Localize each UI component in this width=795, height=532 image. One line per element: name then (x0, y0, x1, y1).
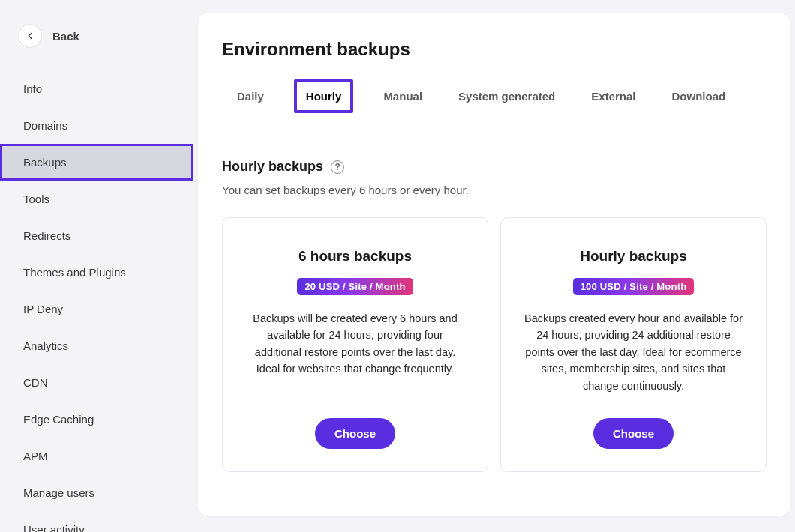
page-title: Environment backups (222, 39, 766, 60)
tab-hourly[interactable]: Hourly (294, 79, 354, 113)
sidebar-item-tools[interactable]: Tools (0, 181, 194, 217)
plan-cards: 6 hours backups 20 USD / Site / Month Ba… (222, 217, 766, 472)
tab-download[interactable]: Download (666, 79, 732, 113)
plan-card-description: Backups will be created every 6 hours an… (244, 310, 466, 378)
plan-price-badge: 100 USD / Site / Month (573, 278, 694, 295)
sidebar-item-manage-users[interactable]: Manage users (0, 474, 194, 511)
sidebar-item-user-activity[interactable]: User activity (0, 511, 194, 532)
plan-card-description: Backups created every hour and available… (522, 310, 745, 394)
tab-manual[interactable]: Manual (377, 79, 428, 113)
sidebar-item-analytics[interactable]: Analytics (0, 327, 194, 364)
sidebar-item-domains[interactable]: Domains (0, 107, 194, 144)
sidebar-item-ip-deny[interactable]: IP Deny (0, 291, 194, 327)
sidebar-item-redirects[interactable]: Redirects (0, 217, 194, 254)
plan-price-badge: 20 USD / Site / Month (297, 278, 412, 295)
plan-card-6-hours: 6 hours backups 20 USD / Site / Month Ba… (222, 217, 488, 472)
sidebar-item-themes-and-plugins[interactable]: Themes and Plugins (0, 254, 194, 291)
sidebar-item-edge-caching[interactable]: Edge Caching (0, 401, 194, 438)
back-label: Back (52, 30, 80, 43)
section-subtitle: You can set backups every 6 hours or eve… (222, 184, 766, 196)
tab-system-generated[interactable]: System generated (452, 79, 561, 113)
plan-card-hourly: Hourly backups 100 USD / Site / Month Ba… (500, 217, 766, 472)
tab-daily[interactable]: Daily (231, 79, 270, 113)
plan-card-title: Hourly backups (580, 248, 687, 265)
back-link[interactable]: Back (0, 15, 194, 63)
plan-card-title: 6 hours backups (298, 248, 412, 265)
sidebar-item-apm[interactable]: APM (0, 438, 194, 474)
sidebar-item-backups[interactable]: Backups (0, 144, 194, 181)
sidebar-nav: Info Domains Backups Tools Redirects The… (0, 70, 194, 532)
sidebar: Back Info Domains Backups Tools Redirect… (0, 0, 194, 532)
choose-button-6-hours[interactable]: Choose (315, 418, 395, 449)
back-arrow-icon (18, 24, 42, 48)
help-icon[interactable]: ? (331, 160, 344, 174)
sidebar-item-cdn[interactable]: CDN (0, 364, 194, 401)
tabs: Daily Hourly Manual System generated Ext… (222, 79, 766, 114)
section-title: Hourly backups (222, 159, 323, 175)
sidebar-item-info[interactable]: Info (0, 70, 194, 107)
main-panel: Environment backups Daily Hourly Manual … (198, 13, 790, 516)
tab-external[interactable]: External (585, 79, 641, 113)
choose-button-hourly[interactable]: Choose (593, 418, 674, 449)
